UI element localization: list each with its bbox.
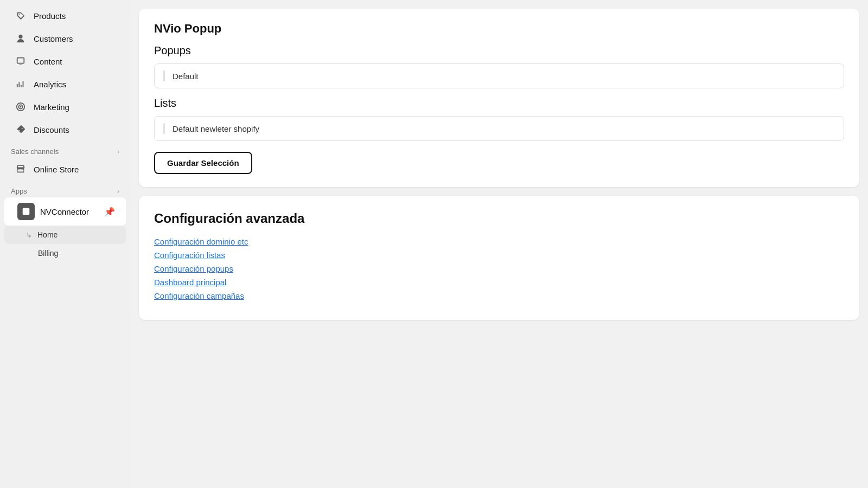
sidebar-item-marketing-label: Marketing	[34, 102, 69, 112]
list-default-item[interactable]: Default newleter shopify	[154, 116, 844, 141]
sidebar-item-discounts[interactable]: Discounts	[4, 119, 126, 140]
nvconnector-item[interactable]: NVConnector 📌	[4, 197, 126, 226]
nvio-popup-card: NVio Popup Popups Default Lists Default …	[139, 9, 859, 187]
tag-icon	[15, 10, 26, 21]
pin-icon: 📌	[104, 207, 115, 217]
popup-default-item[interactable]: Default	[154, 63, 844, 88]
discount-icon	[15, 124, 26, 135]
advanced-title: Configuración avanzada	[154, 211, 844, 226]
monitor-icon	[15, 56, 26, 67]
sales-channels-label: Sales channels	[11, 147, 59, 156]
sidebar-item-customers[interactable]: Customers	[4, 28, 126, 49]
guardar-seleccion-button[interactable]: Guardar Selección	[154, 152, 252, 174]
person-icon	[15, 33, 26, 44]
sidebar-sub-billing[interactable]: Billing	[4, 244, 126, 262]
sales-channels-section: Sales channels ›	[0, 141, 130, 158]
nvconnector-app-icon	[17, 203, 35, 220]
config-link-listas[interactable]: Configuración listas	[154, 251, 844, 260]
apps-chevron-icon: ›	[117, 188, 119, 195]
advanced-config-card: Configuración avanzada Configuración dom…	[139, 196, 859, 320]
bar-chart-icon	[15, 79, 26, 89]
sidebar-sub-home[interactable]: ↳ Home	[4, 226, 126, 244]
sidebar-item-analytics[interactable]: Analytics	[4, 73, 126, 95]
sidebar-item-marketing[interactable]: Marketing	[4, 96, 126, 118]
config-link-dominio[interactable]: Configuración dominio etc	[154, 237, 844, 246]
config-link-dashboard[interactable]: Dashboard principal	[154, 278, 844, 287]
store-icon	[15, 164, 26, 175]
sidebar-item-content-label: Content	[34, 57, 62, 66]
sidebar: Products Customers Content Analytics	[0, 0, 130, 488]
sidebar-item-discounts-label: Discounts	[34, 125, 69, 134]
popups-heading: Popups	[154, 44, 844, 57]
sidebar-item-analytics-label: Analytics	[34, 80, 66, 89]
sidebar-sub-home-label: Home	[37, 230, 58, 239]
svg-rect-3	[23, 208, 30, 215]
main-content: NVio Popup Popups Default Lists Default …	[130, 0, 868, 488]
sidebar-item-online-store-label: Online Store	[34, 165, 79, 174]
sidebar-sub-billing-label: Billing	[26, 249, 58, 258]
config-link-campanas[interactable]: Configuración campañas	[154, 291, 844, 300]
sidebar-item-content[interactable]: Content	[4, 50, 126, 72]
list-default-label: Default newleter shopify	[173, 124, 259, 133]
popup-default-label: Default	[173, 72, 199, 81]
sub-arrow-icon: ↳	[26, 231, 32, 239]
sidebar-item-customers-label: Customers	[34, 34, 73, 43]
app-title: NVio Popup	[154, 22, 844, 36]
sales-channels-chevron-icon: ›	[117, 148, 119, 156]
nvconnector-label: NVConnector	[40, 207, 89, 216]
lists-heading: Lists	[154, 97, 844, 110]
apps-label: Apps	[11, 187, 27, 195]
svg-point-2	[20, 106, 22, 108]
sidebar-item-products-label: Products	[34, 11, 66, 21]
sidebar-item-online-store[interactable]: Online Store	[4, 158, 126, 180]
config-link-popups[interactable]: Configuración popups	[154, 264, 844, 273]
target-icon	[15, 101, 26, 112]
apps-section: Apps ›	[0, 181, 130, 197]
sidebar-item-products[interactable]: Products	[4, 5, 126, 27]
